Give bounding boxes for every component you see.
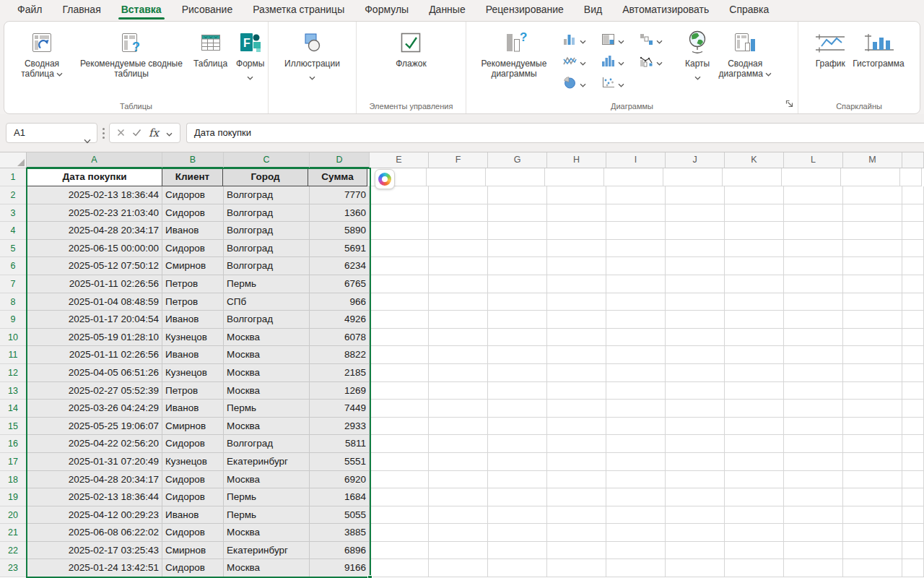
cell[interactable] xyxy=(725,329,784,347)
cell[interactable] xyxy=(900,168,922,186)
select-all-corner[interactable] xyxy=(0,152,27,168)
cell[interactable] xyxy=(370,329,429,347)
cell[interactable] xyxy=(429,524,488,542)
cell[interactable] xyxy=(843,559,902,577)
cell[interactable] xyxy=(902,453,924,471)
cell[interactable] xyxy=(784,364,843,382)
cell[interactable] xyxy=(547,559,606,577)
cell[interactable] xyxy=(666,293,725,311)
menu-tab-5[interactable]: Формулы xyxy=(354,0,419,20)
cell-D22[interactable]: 6896 xyxy=(310,542,370,560)
cell[interactable] xyxy=(547,488,606,506)
cell[interactable] xyxy=(725,222,784,240)
header-cell-A1[interactable]: Дата покупки xyxy=(27,168,162,186)
cell[interactable] xyxy=(902,506,924,525)
cell[interactable] xyxy=(784,240,843,258)
cell[interactable] xyxy=(488,293,547,311)
cell-A21[interactable]: 2025-06-08 06:22:02 xyxy=(27,524,162,542)
cell[interactable] xyxy=(843,524,902,542)
cell[interactable] xyxy=(666,329,725,347)
cell[interactable] xyxy=(547,542,606,560)
cell-A13[interactable]: 2025-02-27 05:52:39 xyxy=(27,382,162,400)
cell[interactable] xyxy=(902,435,924,453)
cell[interactable] xyxy=(547,400,606,418)
cell[interactable] xyxy=(725,506,784,525)
cell[interactable] xyxy=(784,293,843,311)
cell[interactable] xyxy=(843,400,902,418)
menu-tab-1[interactable]: Главная xyxy=(52,0,110,20)
cell[interactable] xyxy=(429,186,488,204)
row-header-1[interactable]: 1 xyxy=(0,168,27,186)
cell[interactable] xyxy=(547,329,606,347)
cell[interactable] xyxy=(843,542,902,560)
menu-tab-6[interactable]: Данные xyxy=(419,0,476,20)
row-header-17[interactable]: 17 xyxy=(0,453,27,471)
row-header-19[interactable]: 19 xyxy=(0,488,27,506)
maps-button[interactable]: Карты xyxy=(685,27,710,83)
cell[interactable] xyxy=(725,257,784,275)
cell[interactable] xyxy=(429,204,488,223)
cell[interactable] xyxy=(666,222,725,240)
cell[interactable] xyxy=(784,329,843,347)
cell[interactable] xyxy=(429,488,488,506)
cell-A23[interactable]: 2025-01-24 13:42:51 xyxy=(27,559,162,577)
menu-tab-3[interactable]: Рисование xyxy=(172,0,243,20)
row-header-21[interactable]: 21 xyxy=(0,524,27,542)
cell[interactable] xyxy=(725,293,784,311)
cell[interactable] xyxy=(843,293,902,311)
menu-tab-2[interactable]: Вставка xyxy=(111,0,172,20)
cell[interactable] xyxy=(784,222,843,240)
row-header-5[interactable]: 5 xyxy=(0,240,27,258)
cell[interactable] xyxy=(488,311,547,329)
cell[interactable] xyxy=(370,364,429,382)
cell[interactable] xyxy=(666,382,725,400)
cell-D23[interactable]: 9166 xyxy=(310,559,370,577)
forms-button[interactable]: F Формы xyxy=(236,27,264,83)
row-header-9[interactable]: 9 xyxy=(0,311,27,329)
cell[interactable] xyxy=(429,542,488,560)
cell-B5[interactable]: Сидоров xyxy=(162,240,224,258)
cell[interactable] xyxy=(666,418,725,436)
column-header-L[interactable]: L xyxy=(784,152,843,168)
cell-A7[interactable]: 2025-01-11 02:26:56 xyxy=(27,275,162,293)
table-button[interactable]: Таблица xyxy=(193,27,227,69)
cell[interactable] xyxy=(843,488,902,506)
cell[interactable] xyxy=(725,542,784,560)
cell-A19[interactable]: 2025-02-13 18:36:44 xyxy=(27,488,162,506)
column-chart-button[interactable] xyxy=(563,30,601,51)
cell[interactable] xyxy=(370,222,429,240)
row-header-20[interactable]: 20 xyxy=(0,506,27,525)
cell[interactable] xyxy=(370,435,429,453)
cell[interactable] xyxy=(606,471,666,489)
cell[interactable] xyxy=(370,400,429,418)
cell-B11[interactable]: Иванов xyxy=(162,346,224,364)
cell[interactable] xyxy=(784,346,843,364)
cell[interactable] xyxy=(429,240,488,258)
cell[interactable] xyxy=(843,311,902,329)
cell[interactable] xyxy=(666,364,725,382)
column-header-C[interactable]: C xyxy=(224,152,310,168)
cell-D12[interactable]: 2185 xyxy=(310,364,370,382)
cell[interactable] xyxy=(902,222,924,240)
cell[interactable] xyxy=(666,204,725,223)
cell-A4[interactable]: 2025-04-28 20:34:17 xyxy=(27,222,162,240)
cell[interactable] xyxy=(547,506,606,525)
column-header-E[interactable]: E xyxy=(370,152,429,168)
cell-B2[interactable]: Сидоров xyxy=(162,186,224,204)
enter-check-icon[interactable] xyxy=(132,126,141,139)
cell[interactable] xyxy=(843,222,902,240)
cell[interactable] xyxy=(488,418,547,436)
cell[interactable] xyxy=(784,559,843,577)
cell[interactable] xyxy=(902,275,924,293)
cell[interactable] xyxy=(488,524,547,542)
cell[interactable] xyxy=(843,435,902,453)
cell[interactable] xyxy=(902,382,924,400)
cell-A2[interactable]: 2025-02-13 18:36:44 xyxy=(27,186,162,204)
cell[interactable] xyxy=(488,186,547,204)
cell[interactable] xyxy=(902,524,924,542)
cell[interactable] xyxy=(666,542,725,560)
cell[interactable] xyxy=(488,257,547,275)
cell[interactable] xyxy=(843,382,902,400)
cell[interactable] xyxy=(547,453,606,471)
cell[interactable] xyxy=(725,524,784,542)
